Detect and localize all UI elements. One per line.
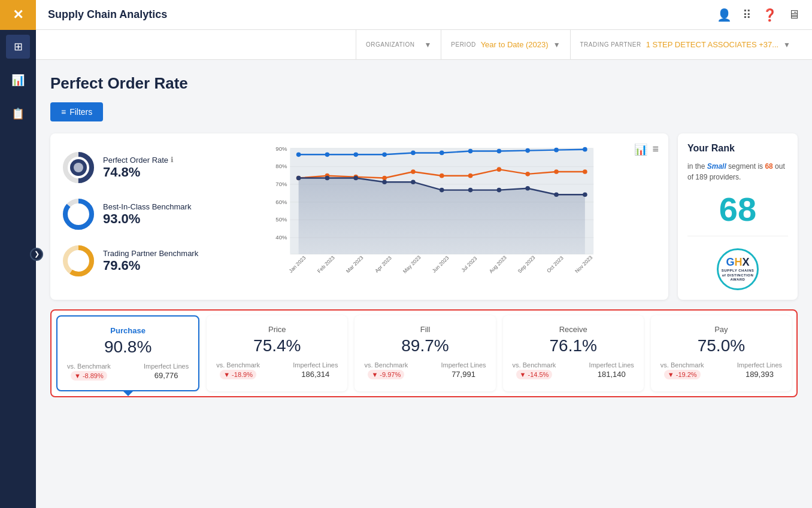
metric-best-in-class: Best-In-Class Benchmark 93.0%: [62, 198, 198, 230]
price-label: Price: [216, 325, 338, 334]
purchase-bench-label: vs. Benchmark: [67, 363, 111, 370]
donut-best-in-class: [62, 198, 95, 230]
price-imperfect-label: Imperfect Lines: [293, 361, 338, 369]
pay-bench-label: vs. Benchmark: [660, 361, 704, 369]
bottom-card-pay[interactable]: Pay 75.0% vs. Benchmark ▼ -19.2% Imperfe…: [651, 315, 792, 391]
svg-text:60%: 60%: [276, 199, 288, 205]
period-value: Year to Date (2023): [481, 40, 549, 49]
svg-text:Nov 2023: Nov 2023: [574, 254, 593, 274]
period-filter[interactable]: PERIOD Year to Date (2023) ▼: [441, 30, 569, 60]
metric-trading-partner-value: 79.6%: [103, 258, 198, 273]
fill-imperfect-label: Imperfect Lines: [441, 361, 486, 369]
price-bench-value: ▼ -18.9%: [220, 370, 256, 379]
svg-point-51: [468, 188, 473, 193]
bottom-card-receive[interactable]: Receive 76.1% vs. Benchmark ▼ -14.5% Imp…: [503, 315, 644, 391]
donut-trading-partner: [62, 245, 95, 277]
svg-text:Jul 2023: Jul 2023: [460, 255, 478, 273]
organization-arrow: ▼: [424, 41, 431, 49]
bottom-cards: Purchase 90.8% vs. Benchmark ▼ -8.89% Im…: [50, 309, 798, 397]
svg-point-50: [440, 188, 444, 193]
svg-point-49: [411, 180, 416, 184]
topbar: Supply Chain Analytics 👤 ⠿ ❓ 🖥: [36, 0, 812, 30]
rank-desc-post: segment is: [726, 162, 765, 171]
svg-point-53: [526, 186, 531, 191]
organization-filter[interactable]: ORGANIZATION ▼: [356, 30, 441, 60]
svg-point-55: [583, 192, 587, 197]
rank-card: Your Rank in the Small segment is 68 out…: [678, 133, 798, 300]
fill-label: Fill: [364, 325, 486, 334]
page-title: Perfect Order Rate: [50, 74, 798, 93]
svg-point-45: [296, 176, 301, 181]
help-icon[interactable]: ❓: [762, 8, 777, 22]
receive-bench-value: ▼ -14.5%: [516, 370, 553, 379]
filter-icon: ≡: [61, 107, 66, 117]
sidebar-toggle[interactable]: ❯: [30, 248, 43, 261]
bottom-card-purchase[interactable]: Purchase 90.8% vs. Benchmark ▼ -8.89% Im…: [56, 315, 199, 391]
grid-icon[interactable]: ⠿: [743, 8, 752, 22]
svg-point-46: [325, 176, 330, 181]
rank-description: in the Small segment is 68 out of 189 pr…: [687, 161, 788, 182]
metric-trading-partner-label: Trading Partner Benchmark: [103, 249, 198, 258]
price-imperfect-value: 186,314: [293, 370, 338, 379]
filters-button[interactable]: ≡ Filters: [50, 102, 103, 121]
svg-text:90%: 90%: [276, 145, 288, 152]
receive-value: 76.1%: [513, 336, 634, 355]
svg-point-26: [411, 151, 416, 156]
sidebar-item-dashboard[interactable]: ⊞: [6, 35, 30, 59]
svg-point-48: [382, 180, 387, 184]
svg-point-38: [440, 174, 444, 178]
svg-point-28: [468, 149, 473, 154]
svg-point-36: [382, 176, 387, 181]
period-label: PERIOD: [451, 41, 475, 48]
trading-partner-filter[interactable]: TRADING PARTNER 1 STEP DETECT ASSOCIATES…: [570, 30, 800, 60]
svg-text:40%: 40%: [276, 234, 288, 241]
donut-perfect-order: [62, 151, 95, 184]
svg-text:Sep 2023: Sep 2023: [517, 254, 537, 274]
price-bench-label: vs. Benchmark: [216, 361, 260, 369]
ghx-logo: GHX SUPPLY CHAINSof DISTINCTIONAWARD: [687, 244, 788, 290]
topbar-icons: 👤 ⠿ ❓ 🖥: [717, 8, 800, 22]
filterbar: ORGANIZATION ▼ PERIOD Year to Date (2023…: [36, 30, 812, 60]
purchase-imperfect-label: Imperfect Lines: [144, 363, 189, 370]
svg-point-23: [325, 152, 330, 157]
svg-text:70%: 70%: [276, 181, 288, 187]
svg-point-3: [74, 163, 83, 172]
svg-point-52: [497, 188, 502, 193]
svg-point-24: [354, 152, 359, 157]
svg-text:Apr 2023: Apr 2023: [374, 255, 393, 274]
svg-text:80%: 80%: [276, 163, 288, 169]
svg-text:50%: 50%: [276, 216, 288, 223]
bottom-card-price[interactable]: Price 75.4% vs. Benchmark ▼ -18.9% Imper…: [207, 315, 347, 391]
rank-title: Your Rank: [687, 143, 735, 154]
sidebar-item-analytics[interactable]: 📊: [6, 68, 30, 92]
metric-best-in-class-label: Best-In-Class Benchmark: [103, 202, 191, 211]
svg-point-47: [354, 176, 359, 181]
svg-point-27: [440, 151, 444, 156]
content-area: Perfect Order Rate ≡ Filters 📊 ≡: [36, 60, 812, 508]
purchase-imperfect-value: 69,776: [144, 371, 189, 380]
metric-perfect-order: Perfect Order Rate ℹ 74.8%: [62, 151, 198, 184]
metric-perfect-order-value: 74.8%: [103, 165, 174, 180]
sidebar-item-reports[interactable]: 📋: [6, 102, 30, 126]
svg-point-43: [583, 169, 587, 174]
pay-bench-value: ▼ -19.2%: [664, 370, 701, 379]
info-icon[interactable]: ℹ: [171, 156, 174, 164]
svg-point-40: [497, 167, 502, 172]
pay-label: Pay: [660, 325, 782, 334]
svg-point-25: [382, 152, 387, 157]
person-icon[interactable]: 👤: [717, 8, 732, 22]
sidebar-logo: ✕: [0, 0, 36, 30]
metric-trading-partner: Trading Partner Benchmark 79.6%: [62, 245, 198, 277]
svg-point-29: [497, 149, 502, 154]
fill-imperfect-value: 77,991: [441, 370, 486, 379]
receive-bench-label: vs. Benchmark: [513, 361, 556, 369]
rank-num: 68: [765, 162, 772, 171]
ghx-circle: GHX SUPPLY CHAINSof DISTINCTIONAWARD: [717, 248, 759, 290]
svg-point-39: [468, 174, 473, 178]
bottom-card-fill[interactable]: Fill 89.7% vs. Benchmark ▼ -9.97% Imperf…: [355, 315, 495, 391]
svg-point-41: [526, 172, 531, 177]
trading-partner-value: 1 STEP DETECT ASSOCIATES +37...: [646, 40, 778, 49]
rank-desc-pre: in the: [687, 162, 707, 171]
ghx-text-sub: SUPPLY CHAINSof DISTINCTIONAWARD: [722, 269, 755, 282]
monitor-icon[interactable]: 🖥: [788, 8, 800, 22]
